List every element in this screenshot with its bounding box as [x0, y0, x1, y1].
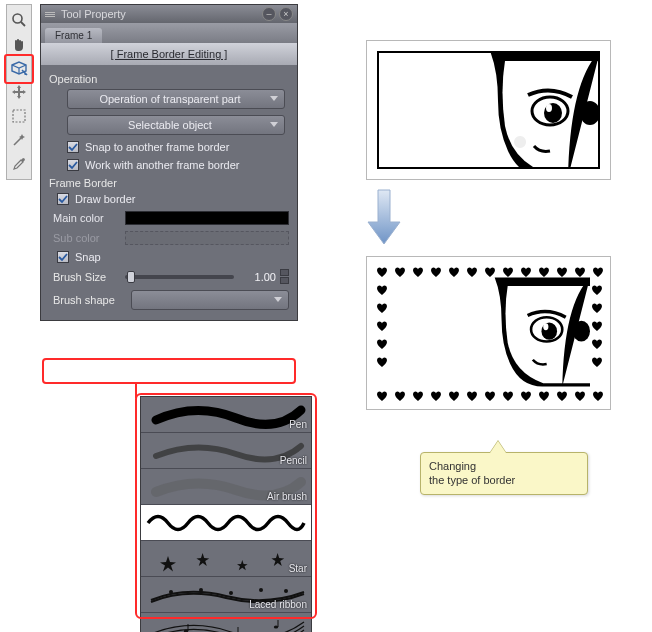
checkbox-checked-icon[interactable] — [67, 159, 79, 171]
checkbox-checked-icon[interactable] — [57, 193, 69, 205]
heart-icon — [375, 389, 389, 403]
brush-item-pen[interactable]: Pen — [141, 397, 311, 433]
brush-label: Laced ribbon — [249, 599, 307, 610]
svg-line-3 — [14, 137, 22, 145]
svg-point-7 — [259, 588, 263, 592]
wand-icon[interactable] — [8, 129, 30, 151]
brush-label: Air brush — [267, 491, 307, 502]
heart-icon — [429, 389, 443, 403]
panel-body: Operation Operation of transparent part … — [41, 65, 297, 320]
heart-icon — [501, 265, 515, 279]
svg-point-8 — [284, 589, 288, 593]
heart-icon — [590, 355, 604, 369]
heart-icon — [375, 265, 389, 279]
check-label: Work with another frame border — [85, 159, 239, 171]
panel-header[interactable]: Tool Property – × — [41, 5, 297, 23]
svg-point-21 — [543, 323, 548, 330]
minimize-button[interactable]: – — [262, 7, 276, 21]
heart-icon — [429, 265, 443, 279]
callout-text: Changing the type of border — [420, 452, 588, 495]
svg-rect-10 — [188, 624, 189, 631]
before-frame — [366, 40, 611, 180]
heart-icon — [411, 265, 425, 279]
snap-another-checkbox-row[interactable]: Snap to another frame border — [67, 141, 289, 153]
subtitle: [ Frame Border Editing ] — [41, 43, 297, 65]
heart-icon — [591, 389, 605, 403]
heart-icon — [375, 319, 389, 333]
draw-border-checkbox-row[interactable]: Draw border — [57, 193, 289, 205]
after-frame — [366, 256, 611, 410]
heart-icon — [465, 265, 479, 279]
chevron-down-icon — [274, 297, 282, 303]
chevron-down-icon — [270, 96, 278, 102]
move-icon[interactable] — [8, 81, 30, 103]
brush-label: Pencil — [280, 455, 307, 466]
heart-border — [373, 263, 604, 403]
heart-icon — [591, 265, 605, 279]
brush-item-wave[interactable] — [141, 505, 311, 541]
arrow-down-icon — [366, 188, 402, 246]
heart-icon — [590, 319, 604, 333]
brush-item-melody[interactable]: Melody — [141, 613, 311, 632]
stepper-icon[interactable] — [280, 269, 289, 284]
brush-item-pencil[interactable]: Pencil — [141, 433, 311, 469]
heart-icon — [447, 389, 461, 403]
sub-color-row: Sub color — [53, 231, 289, 245]
sub-color-label: Sub color — [53, 232, 125, 244]
heart-icon — [537, 389, 551, 403]
plain-border — [377, 51, 600, 169]
brush-size-label: Brush Size — [53, 271, 125, 283]
brush-item-star[interactable]: Star — [141, 541, 311, 577]
heart-icon — [483, 265, 497, 279]
manga-face-icon — [450, 51, 600, 169]
heart-icon — [375, 355, 389, 369]
work-another-checkbox-row[interactable]: Work with another frame border — [67, 159, 289, 171]
selectable-object-dropdown[interactable]: Selectable object — [67, 115, 285, 135]
brush-item-airbrush[interactable]: Air brush — [141, 469, 311, 505]
brush-label: Star — [289, 563, 307, 574]
tab-frame1[interactable]: Frame 1 — [45, 28, 102, 43]
hand-icon[interactable] — [8, 33, 30, 55]
highlight-brush-shape — [42, 358, 296, 384]
main-color-swatch[interactable] — [125, 211, 289, 225]
heart-icon — [375, 337, 389, 351]
heart-icon — [590, 283, 604, 297]
sub-color-swatch — [125, 231, 289, 245]
svg-point-5 — [199, 588, 203, 592]
chevron-down-icon — [270, 122, 278, 128]
heart-icon — [590, 337, 604, 351]
highlight-connector — [135, 382, 139, 398]
brush-size-slider[interactable] — [125, 275, 234, 279]
heart-icon — [447, 265, 461, 279]
brush-shape-row[interactable]: Brush shape — [53, 290, 289, 310]
main-color-label: Main color — [53, 212, 125, 224]
operation-transparent-dropdown[interactable]: Operation of transparent part — [67, 89, 285, 109]
dropdown-text: Selectable object — [128, 119, 212, 131]
snap-checkbox-row[interactable]: Snap — [57, 251, 289, 263]
tab-row: Frame 1 — [41, 23, 297, 43]
heart-icon — [501, 389, 515, 403]
close-button[interactable]: × — [279, 7, 293, 21]
object-tool-icon[interactable] — [8, 57, 30, 79]
check-label: Snap — [75, 251, 101, 263]
tool-strip — [6, 4, 32, 180]
heart-icon — [519, 389, 533, 403]
brush-size-row[interactable]: Brush Size 1.00 — [53, 269, 289, 284]
checkbox-checked-icon[interactable] — [67, 141, 79, 153]
brush-label: Pen — [289, 419, 307, 430]
brush-shape-label: Brush shape — [53, 294, 131, 306]
checkbox-checked-icon[interactable] — [57, 251, 69, 263]
panel-title: Tool Property — [61, 8, 259, 20]
tool-property-panel: Tool Property – × Frame 1 [ Frame Border… — [40, 4, 298, 321]
heart-icon — [483, 389, 497, 403]
main-color-row[interactable]: Main color — [53, 211, 289, 225]
zoom-icon[interactable] — [8, 9, 30, 31]
manga-face-icon — [460, 277, 590, 387]
marquee-icon[interactable] — [8, 105, 30, 127]
heart-icon — [375, 301, 389, 315]
brush-item-laced[interactable]: Laced ribbon — [141, 577, 311, 613]
brush-size-value: 1.00 — [240, 271, 276, 283]
brush-shape-dropdown[interactable] — [131, 290, 289, 310]
eyedropper-icon[interactable] — [8, 153, 30, 175]
heart-icon — [411, 389, 425, 403]
